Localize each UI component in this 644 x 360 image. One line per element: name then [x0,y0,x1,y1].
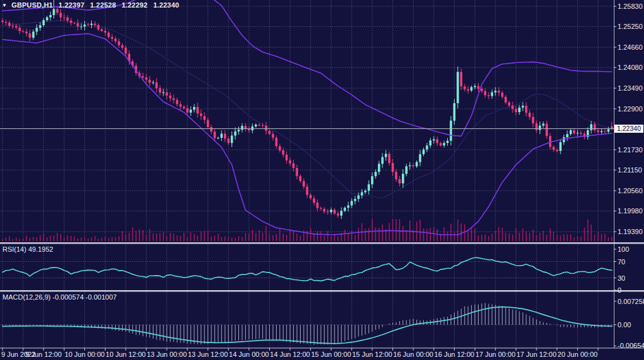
bar-low-value: 1.22292 [121,1,147,9]
bar-open-value: 1.22397 [58,1,84,9]
rsi-indicator-label: RSI(14) 49.1952 [3,245,53,253]
price-axis[interactable] [614,0,644,348]
time-axis[interactable] [0,348,644,360]
macd-indicator-label: MACD(12,26,9) -0.000574 -0.001007 [3,293,117,301]
current-price-badge: 1.22340 [614,125,643,133]
symbol-period-label: GBPUSD,H1 [11,1,53,9]
chart-header: ▼GBPUSD,H11.223971.225281.222921.22340 [2,1,179,9]
symbol-dropdown-icon: ▼ [2,3,7,8]
bar-close-value: 1.22340 [153,1,179,9]
main-chart-pane[interactable] [0,0,614,242]
trading-chart-window: 1.258301.252501.246601.240801.234901.229… [0,0,644,360]
bar-high-value: 1.22528 [90,1,116,9]
rsi-pane[interactable] [0,244,614,290]
